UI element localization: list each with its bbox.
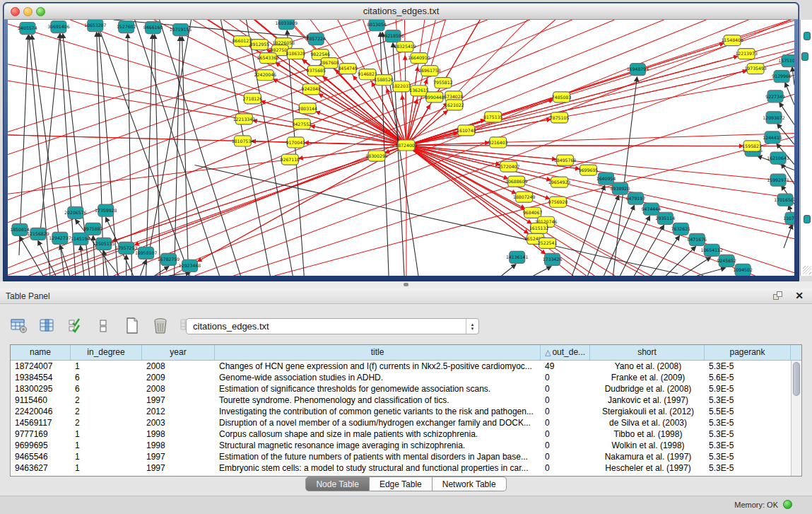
network-node[interactable]: 1527602 [117,21,136,33]
network-node[interactable]: 8660123 [233,36,252,47]
network-node[interactable]: 2405574 [18,23,37,35]
network-node[interactable]: 16958107 [135,247,157,259]
network-node[interactable]: 9170041 [286,137,306,148]
network-node[interactable]: 18300295 [365,151,387,161]
network-node[interactable]: 16210643 [767,152,789,164]
network-node[interactable]: 1588520 [374,75,394,86]
column-header-short[interactable]: short [590,345,705,361]
network-node[interactable]: 12213343 [233,114,255,124]
rows-icon[interactable] [93,315,114,337]
network-node[interactable]: 19735493 [744,64,766,74]
column-header-in_degree[interactable]: in_degree [71,345,142,361]
network-node[interactable]: 18807249 [513,192,535,202]
network-node[interactable]: 15720407 [498,161,519,172]
network-node[interactable]: 1621022 [445,100,464,110]
network-node[interactable]: 12156829 [27,228,49,240]
network-node[interactable]: 1733426 [543,253,563,265]
column-header-name[interactable]: name [11,345,71,361]
network-node[interactable]: 7955812 [433,78,453,88]
new-table-icon[interactable] [122,315,143,337]
network-node[interactable]: 2718126 [243,93,263,104]
table-row[interactable]: 1938455462009Genome-wide association stu… [11,372,791,383]
network-node[interactable]: 8466160 [143,22,163,34]
show-columns-icon[interactable] [37,315,58,337]
network-node[interactable]: 9129966 [772,71,792,83]
network-node[interactable]: 10653287 [84,20,106,32]
table-row[interactable]: 911546021997Tourette syndrome. Phenomeno… [11,395,791,406]
memory-status-icon[interactable] [783,500,792,509]
network-node[interactable]: 2803144 [298,103,317,114]
network-canvas[interactable]: 2405574306914061065328715276028466160107… [8,20,794,276]
table-row[interactable]: 946554611997Estimation of the future num… [11,451,791,462]
close-panel-icon[interactable]: ✕ [795,290,804,301]
network-node[interactable]: 16782759 [158,253,180,265]
vertical-scrollbar[interactable] [791,361,801,476]
table-row[interactable]: 2242004622012Investigating the contribut… [11,406,791,417]
table-row[interactable]: 1456911722003Disruption of a novel membe… [11,417,791,428]
network-node[interactable]: 9375685 [306,66,326,76]
network-node[interactable]: 2522541 [538,238,558,248]
network-node[interactable]: 1610748 [457,125,476,136]
dropdown-stepper-icon[interactable]: ▲ ▼ [466,319,478,334]
network-node[interactable]: 8175135 [483,112,503,122]
network-node[interactable]: 9699695 [579,165,599,175]
network-node[interactable]: 8990448 [425,92,445,103]
float-panel-icon[interactable] [773,291,784,300]
tab-edge-table[interactable]: Edge Table [370,477,433,491]
network-node[interactable]: 8813054 [367,20,387,31]
table-row[interactable]: 1872400712008Changes of HCN gene express… [11,361,791,372]
network-node[interactable]: 10688609 [505,176,527,187]
network-node[interactable]: 16640910 [408,53,430,64]
network-node[interactable]: 1094502 [733,264,753,276]
network-node[interactable]: 15992971 [767,174,789,186]
split-pane-divider[interactable] [0,281,812,288]
network-node[interactable]: 18495768 [554,155,576,165]
resize-grip[interactable] [803,266,811,274]
network-node[interactable]: 11548408 [721,35,743,46]
network-node[interactable]: 8454749 [338,64,358,74]
network-node[interactable]: 7875105 [550,112,570,123]
network-node[interactable]: 16033809 [276,20,298,30]
network-node[interactable]: 12942737 [49,232,71,244]
network-node[interactable]: 8186328 [286,49,306,59]
tab-node-table[interactable]: Node Table [305,477,370,491]
network-node[interactable]: 16543362 [257,53,279,64]
network-node[interactable]: 10719155 [170,24,192,36]
table-selector-dropdown[interactable]: citations_edges.txt ▲ ▼ [186,318,479,334]
network-node[interactable]: 12093872 [763,112,784,124]
window-titlebar[interactable]: citations_edges.txt [4,4,798,20]
network-node[interactable]: 14136141 [506,251,528,263]
delete-table-icon[interactable] [150,315,171,337]
network-node[interactable]: 1615132 [529,223,549,233]
network-node[interactable]: 1595823 [742,141,762,151]
network-node[interactable]: 12505135 [93,238,114,250]
network-node[interactable]: 7857224 [306,33,326,45]
network-node[interactable]: 9227349 [765,90,785,103]
network-node[interactable]: 9267110 [281,154,300,165]
network-node[interactable]: 8471676 [687,233,707,245]
select-columns-icon[interactable] [65,315,86,337]
table-row[interactable]: 1830029562008Estimation of significance … [11,383,791,395]
network-node[interactable]: 2935114 [656,212,676,224]
network-node[interactable]: 9756928 [548,197,568,207]
network-node[interactable]: 17359928 [95,204,117,216]
tab-network-table[interactable]: Network Table [433,477,507,491]
network-node[interactable]: 1107533 [783,212,794,224]
table-row[interactable]: 969969511998Structural magnetic resonanc… [11,440,791,451]
network-node[interactable]: 8427552 [293,119,312,129]
column-header-out_degree[interactable]: △out_de... [541,345,590,361]
network-node[interactable]: 7632621 [671,223,691,235]
column-header-title[interactable]: title [215,345,541,361]
network-node[interactable]: 1822037 [392,81,411,92]
network-node[interactable]: 12923468 [179,259,201,271]
network-node[interactable]: 17957253 [115,242,137,254]
network-node[interactable]: 9242848 [301,84,321,95]
network-node[interactable]: 19218596 [382,30,404,42]
network-node[interactable]: 18107534 [232,136,254,146]
network-node[interactable]: 1640954 [596,173,616,185]
network-node[interactable]: 19654923 [548,177,570,187]
network-node[interactable]: 9975887 [83,223,103,235]
network-node[interactable]: 8912955 [250,40,270,50]
network-node[interactable]: 16948794 [627,64,649,76]
table-row[interactable]: 977716911998Corpus callosum shape and si… [11,428,791,440]
